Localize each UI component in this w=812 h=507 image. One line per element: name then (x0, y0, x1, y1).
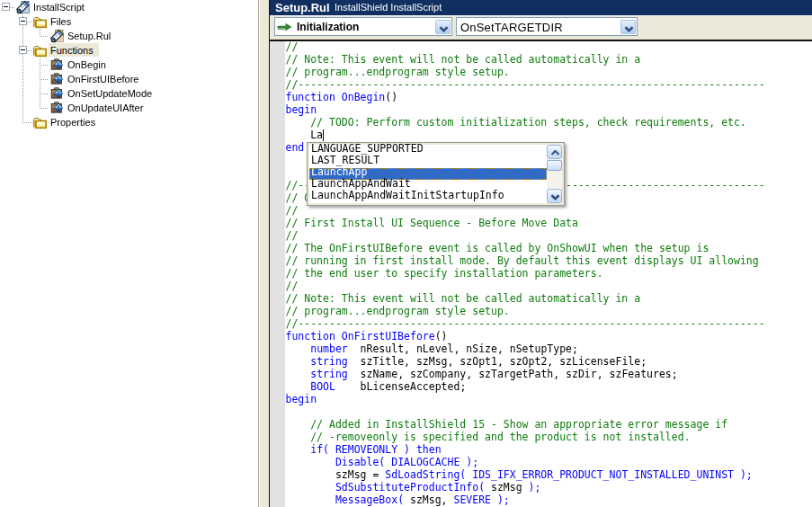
scroll-up-button[interactable] (547, 145, 562, 159)
code-line: MessageBox( szMsg, SEVERE ); (286, 494, 765, 506)
folder-icon (32, 115, 47, 129)
code-line: //--------------------------------------… (286, 317, 765, 330)
autocomplete-item[interactable]: LaunchAppAndWaitInitStartupInfo (309, 191, 547, 203)
tree-item-onbegin[interactable]: OnBegin (0, 58, 258, 72)
script-explorer-tree: InstallScriptFilesSetup.RulFunctionsOnBe… (0, 0, 259, 507)
tree-item-onsetupdatemode[interactable]: OnSetUpdateMode (0, 86, 258, 101)
tab-setup-rul[interactable]: Setup.Rul (275, 1, 330, 14)
folder-icon (32, 43, 47, 58)
code-line: // Note: This event will not be called a… (286, 292, 765, 305)
code-line: // The OnFirstUIBefore event is called b… (286, 242, 765, 254)
installshield-script-editor: InstallScriptFilesSetup.RulFunctionsOnBe… (0, 0, 812, 507)
tree-item-label[interactable]: InstallScript (31, 0, 90, 13)
autocomplete-list: LANGUAGE_SUPPORTEDLAST_RESULTLaunchAppLa… (309, 145, 562, 203)
autocomplete-popup: LANGUAGE_SUPPORTEDLAST_RESULTLaunchAppLa… (307, 142, 565, 206)
code-line: La (286, 129, 765, 141)
script-file-icon (49, 29, 64, 43)
tree-item-label[interactable]: OnBegin (66, 58, 112, 71)
tree-item-onfirstuibefore[interactable]: OnFirstUIBefore (0, 72, 258, 86)
function-icon (49, 86, 64, 101)
event-category-value: Initialization (297, 21, 359, 33)
code-selection-margin (270, 41, 285, 507)
code-line: // Note: This event will not be called a… (286, 53, 765, 66)
code-line: // the end user to specify installation … (286, 267, 765, 280)
code-line: if( REMOVEONLY ) then (286, 443, 765, 456)
tree-item-installscript[interactable]: InstallScript (0, 0, 258, 14)
code-line: // (286, 204, 765, 217)
editor-tab-bar: Setup.Rul InstallShield InstallScript (269, 0, 812, 15)
code-line: begin (286, 103, 765, 116)
function-icon (49, 72, 64, 86)
editor-toolbar: Initialization OnSetTARGETDIR (269, 15, 812, 40)
tree-item-label[interactable]: Properties (49, 115, 101, 129)
code-line: //--------------------------------------… (286, 78, 765, 91)
tree-item-functions[interactable]: Functions (0, 43, 258, 58)
tree-item-label[interactable]: Files (49, 14, 76, 28)
event-handler-dropdown-button[interactable] (620, 20, 636, 34)
tree-item-files[interactable]: Files (0, 14, 258, 29)
code-line: function OnFirstUIBefore() (286, 330, 765, 342)
script-icon (15, 0, 30, 14)
panel-splitter[interactable] (259, 0, 269, 507)
code-line: BOOL bLicenseAccepted; (286, 380, 765, 393)
scroll-down-button[interactable] (547, 189, 562, 203)
code-line: // -removeonly is specified and the prod… (286, 431, 765, 443)
code-line (286, 405, 765, 418)
tree-item-onupdateuiafter[interactable]: OnUpdateUIAfter (0, 101, 258, 115)
tree-item-label[interactable]: Setup.Rul (66, 29, 116, 42)
code-line: // (286, 280, 765, 292)
function-icon (49, 101, 64, 115)
tree-item-label[interactable]: OnFirstUIBefore (66, 72, 144, 85)
function-icon (49, 58, 64, 72)
green-arrow-icon (277, 22, 292, 31)
code-line: string szTitle, szMsg, szOpt1, szOpt2, s… (286, 355, 765, 368)
tree-item-label[interactable]: OnSetUpdateMode (66, 86, 157, 100)
code-line: number nResult, nLevel, nSize, nSetupTyp… (286, 342, 765, 355)
tree-expand-box[interactable] (2, 3, 10, 11)
code-line: Disable( DIALOGCACHE ); (286, 456, 765, 468)
event-handler-value: OnSetTARGETDIR (460, 21, 563, 34)
panel-left-edge (269, 0, 270, 507)
tree-expand-box[interactable] (19, 46, 27, 54)
code-line: // (286, 229, 765, 242)
event-handler-combobox[interactable]: OnSetTARGETDIR (456, 17, 638, 36)
tree-expand-box[interactable] (19, 17, 27, 25)
popup-scrollbar-thumb[interactable] (547, 160, 562, 171)
code-text: //// Note: This event will not be called… (286, 40, 765, 506)
script-editor-panel: Setup.Rul InstallShield InstallScript In… (269, 0, 812, 507)
code-line: // program...endprogram style setup. (286, 66, 765, 78)
folder-icon (32, 14, 47, 29)
code-line: // TODO: Perform custom initialization s… (286, 116, 765, 129)
tree-item-label[interactable]: Functions (49, 43, 99, 57)
code-line: // First Install UI Sequence - Before Mo… (286, 217, 765, 229)
text-caret (323, 129, 324, 141)
code-editor[interactable]: //// Note: This event will not be called… (269, 40, 812, 507)
code-line: // Added in InstallShield 15 - Show an a… (286, 418, 765, 431)
event-category-dropdown-button[interactable] (435, 20, 451, 34)
code-line: // running in first install mode. By def… (286, 254, 765, 267)
code-line: szMsg = SdLoadString( IDS_IFX_ERROR_PROD… (286, 468, 765, 481)
code-line: // program...endprogram style setup. (286, 305, 765, 317)
code-line: function OnBegin() (286, 91, 765, 103)
tree-item-setup-rul[interactable]: Setup.Rul (0, 29, 258, 43)
code-line: begin (286, 393, 765, 405)
code-line: SdSubstituteProductInfo( szMsg ); (286, 481, 765, 494)
editor-type-label: InstallShield InstallScript (335, 2, 442, 13)
tree-item-properties[interactable]: Properties (0, 115, 258, 129)
popup-scrollbar[interactable] (547, 145, 562, 203)
tree-item-label[interactable]: OnUpdateUIAfter (66, 101, 148, 114)
code-line: string szName, szCompany, szTargetPath, … (286, 368, 765, 380)
code-line: // (286, 40, 765, 53)
event-category-combobox[interactable]: Initialization (274, 17, 452, 36)
